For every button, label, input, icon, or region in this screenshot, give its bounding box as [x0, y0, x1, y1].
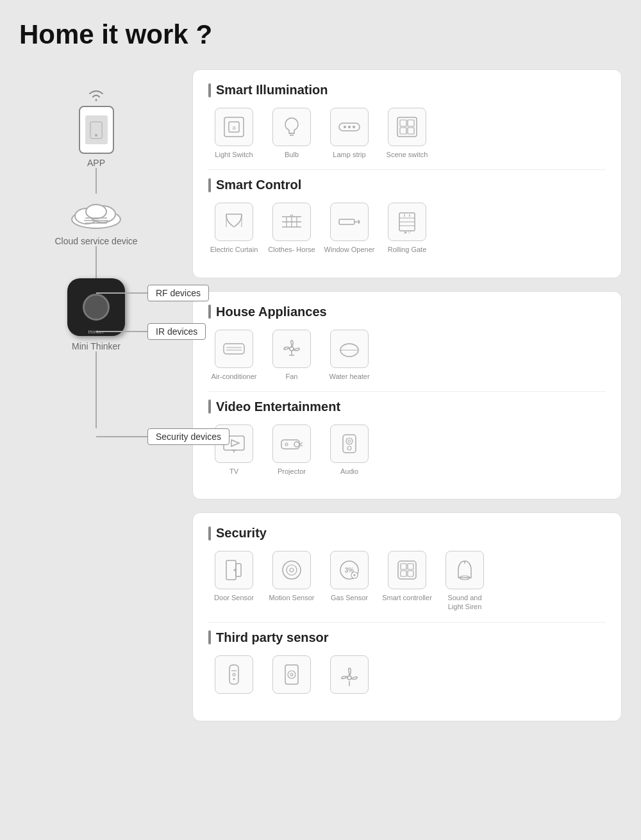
- icon-audio: Audio: [324, 424, 375, 476]
- icon-wind-sensor: [324, 655, 375, 698]
- svg-marker-52: [231, 440, 239, 446]
- divider-3: [208, 622, 606, 623]
- section-bar: [208, 83, 211, 97]
- svg-rect-42: [224, 344, 244, 354]
- svg-rect-55: [281, 440, 299, 449]
- svg-rect-65: [236, 564, 241, 576]
- security-label: Security devices: [147, 428, 229, 445]
- svg-point-87: [288, 671, 296, 678]
- icon-sound-light-siren: Sound and Light Siren: [439, 551, 490, 612]
- icon-gas-sensor: 3% Gas Sensor: [324, 551, 375, 612]
- rf-label: RF devices: [147, 285, 209, 301]
- wifi-icon: [87, 88, 106, 105]
- svg-point-88: [290, 673, 293, 676]
- svg-point-66: [234, 569, 236, 571]
- house-appliances-icons: Air-conditioner Fan: [208, 330, 606, 381]
- svg-point-67: [283, 561, 301, 579]
- svg-point-84: [233, 673, 235, 676]
- svg-point-63: [347, 446, 351, 450]
- svg-rect-86: [285, 665, 298, 684]
- svg-rect-20: [400, 120, 406, 126]
- page-title: Home it work ?: [19, 19, 622, 50]
- phone-screen: [85, 115, 108, 144]
- svg-point-17: [348, 126, 351, 128]
- svg-rect-78: [401, 571, 406, 576]
- icon-bulb: Bulb: [266, 108, 317, 159]
- icon-scene-switch: Scene switch: [381, 108, 433, 159]
- house-appliances-title: House Appliances: [208, 305, 606, 319]
- svg-point-56: [294, 442, 299, 447]
- security-title: Security: [208, 526, 606, 541]
- smart-illumination-title: Smart Illumination: [208, 83, 606, 97]
- ir-label: IR devices: [147, 323, 206, 340]
- svg-rect-76: [401, 564, 406, 569]
- thinker-label: Mini Thinker: [72, 341, 121, 351]
- security-icons: Door Sensor Motion Sensor 3% Gas Sensor: [208, 551, 606, 612]
- cloud-label: Cloud service device: [54, 236, 137, 246]
- icon-clothes-horse: Clothes- Horse: [266, 203, 317, 254]
- svg-point-68: [287, 565, 297, 575]
- left-panel: APP Cloud service device: [19, 69, 173, 721]
- svg-text:a: a: [232, 124, 235, 131]
- svg-rect-2: [92, 124, 100, 132]
- security-line: Security devices: [96, 428, 229, 445]
- svg-point-1: [95, 134, 97, 137]
- svg-point-16: [344, 126, 346, 128]
- icon-remote-sensor: [208, 655, 260, 698]
- third-party-icons: [208, 655, 606, 698]
- icon-electric-curtain: Electric Curtain: [208, 203, 260, 254]
- icon-rolling-gate: ▲▽ Rolling Gate: [381, 203, 433, 254]
- svg-rect-21: [408, 120, 414, 126]
- rf-line: RF devices: [96, 285, 209, 301]
- phone-icon: [79, 106, 114, 154]
- svg-rect-23: [408, 128, 414, 134]
- svg-rect-82: [229, 665, 238, 684]
- icon-door-sensor: Door Sensor: [208, 551, 260, 612]
- illumination-icons: a Light Switch Bulb Lamp strip: [208, 108, 606, 159]
- smart-control-title: Smart Control: [208, 178, 606, 192]
- third-party-title: Third party sensor: [208, 630, 606, 645]
- icon-air-conditioner: Air-conditioner: [208, 330, 260, 381]
- icon-projector: Projector: [266, 424, 317, 476]
- icon-window-opener: Window Opener: [324, 203, 375, 254]
- svg-point-85: [233, 678, 235, 680]
- right-panel: Smart Illumination a Light Switch Bulb: [192, 69, 622, 721]
- divider-1: [208, 169, 606, 170]
- svg-point-45: [290, 347, 294, 351]
- svg-rect-77: [408, 564, 413, 569]
- video-entertainment-icons: TV Projector Audio: [208, 424, 606, 476]
- icon-fan: Fan: [266, 330, 317, 381]
- smart-control-icons: Electric Curtain Clothes- Horse Window O…: [208, 203, 606, 254]
- thinker-container: RF devices IR devices thinker: [19, 278, 173, 336]
- line-app-cloud: [96, 168, 97, 194]
- svg-point-62: [348, 440, 351, 442]
- icon-smart-controller: Smart controller: [381, 551, 433, 612]
- app-label: APP: [87, 158, 105, 168]
- svg-point-6: [86, 205, 106, 219]
- svg-point-18: [353, 126, 355, 128]
- icon-door-sensor2: [266, 655, 317, 698]
- card-smart-illumination: Smart Illumination a Light Switch Bulb: [192, 69, 622, 278]
- svg-point-90: [347, 676, 351, 680]
- svg-point-59: [285, 443, 288, 446]
- svg-rect-79: [408, 571, 413, 576]
- card-house-appliances: House Appliances Air-conditioner: [192, 291, 622, 500]
- icon-light-switch: a Light Switch: [208, 108, 260, 159]
- svg-point-61: [346, 438, 353, 444]
- ir-line: IR devices: [96, 323, 206, 340]
- line-cloud-device: [96, 246, 97, 278]
- svg-text:▲▽: ▲▽: [403, 230, 412, 234]
- line-thinker-security: [96, 351, 97, 428]
- svg-rect-33: [339, 219, 354, 224]
- icon-motion-sensor: Motion Sensor: [266, 551, 317, 612]
- cloud-icon: [67, 194, 125, 232]
- svg-rect-22: [400, 128, 406, 134]
- cloud-block: Cloud service device: [54, 194, 137, 246]
- divider-2: [208, 391, 606, 392]
- icon-water-heater: Water heater: [324, 330, 375, 381]
- icon-lamp-strip: Lamp strip: [324, 108, 375, 159]
- app-block: APP: [79, 88, 114, 168]
- video-entertainment-title: Video Entertainment: [208, 399, 606, 414]
- svg-point-69: [290, 568, 294, 572]
- card-security: Security Door Sensor Motion Sensor: [192, 512, 622, 721]
